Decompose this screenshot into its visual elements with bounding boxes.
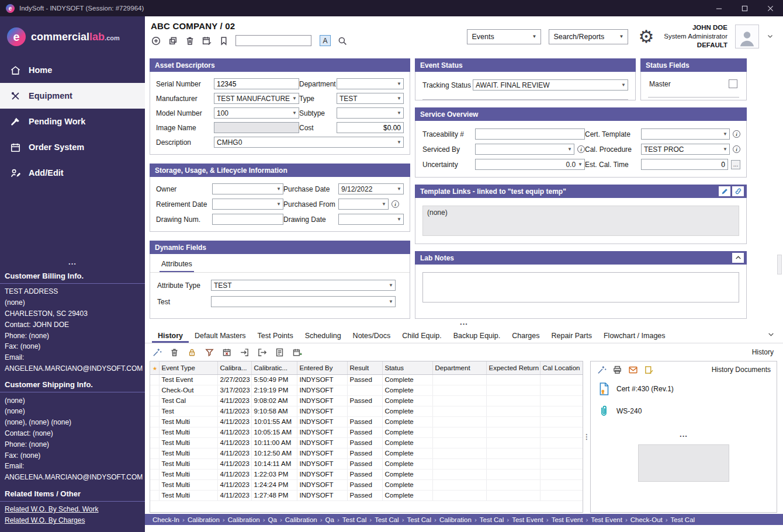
related-link[interactable]: Related W.O. By Sched. Work xyxy=(0,504,145,515)
calendar-remove-button[interactable] xyxy=(222,347,232,357)
new-event-button[interactable] xyxy=(292,347,302,357)
tab-child-equip-[interactable]: Child Equip. xyxy=(396,328,447,343)
flow-item[interactable]: Check-Out xyxy=(628,516,666,523)
drawing-num-input[interactable] xyxy=(212,214,283,225)
table-row[interactable]: Test Multi4/11/20231:24:24 PMINDYSOFTPas… xyxy=(150,479,583,490)
table-row[interactable]: Test Multi4/11/202310:12:50 AMINDYSOFTPa… xyxy=(150,448,583,458)
sidebar-item-equipment[interactable]: Equipment xyxy=(0,83,145,109)
info-icon[interactable]: i xyxy=(733,145,740,153)
table-row[interactable]: Test Multi4/11/202310:05:15 AMINDYSOFTPa… xyxy=(150,427,583,437)
purchase-date-select[interactable]: 9/12/2022▼ xyxy=(338,183,404,194)
manufacturer-select[interactable]: TEST MANUFACTURER▼ xyxy=(214,93,299,104)
tab-backup-equip-[interactable]: Backup Equip. xyxy=(448,328,507,343)
purchased-from-select[interactable]: ▼ xyxy=(338,199,389,210)
column-header[interactable]: Cal Location xyxy=(540,361,583,374)
sidebar-item-home[interactable]: Home xyxy=(0,57,145,83)
description-select[interactable]: CMHG0▼ xyxy=(214,137,404,148)
vertical-scrollbar[interactable] xyxy=(777,255,782,274)
drawing-date-select[interactable]: ▼ xyxy=(338,214,404,225)
table-row[interactable]: Check-Out3/17/20232:19:19 PMINDYSOFTComp… xyxy=(150,385,583,395)
serviced-by-select[interactable]: ▼ xyxy=(475,144,574,155)
collapse-section-chevron[interactable] xyxy=(767,330,775,340)
lab-notes-textarea[interactable] xyxy=(422,272,739,302)
attribute-type-select[interactable]: TEST▼ xyxy=(211,280,396,291)
auto-event-button[interactable] xyxy=(152,347,162,357)
tab-test-points[interactable]: Test Points xyxy=(252,328,299,343)
minimize-button[interactable] xyxy=(706,0,732,16)
cal-procedure-select[interactable]: TEST PROC▼ xyxy=(641,144,730,155)
print-document-button[interactable] xyxy=(612,365,622,375)
clone-record-button[interactable] xyxy=(168,36,178,46)
tab-notes-docs[interactable]: Notes/Docs xyxy=(347,328,397,343)
flow-item[interactable]: Test Cal xyxy=(404,516,435,523)
delete-event-button[interactable] xyxy=(169,347,179,357)
cert-template-select[interactable]: ▼ xyxy=(641,128,730,140)
search-reports-dropdown[interactable]: Search/Reports▼ xyxy=(549,29,628,44)
tracking-status-select[interactable]: AWAIT. FINAL REVIEW▼ xyxy=(473,79,628,91)
column-header[interactable]: Entered By xyxy=(297,361,347,374)
column-header[interactable]: Result xyxy=(347,361,382,374)
edit-template-button[interactable] xyxy=(719,186,730,196)
flow-item[interactable]: Calibration xyxy=(436,516,474,523)
tab-flowchart-images[interactable]: Flowchart / Images xyxy=(598,328,671,343)
column-header[interactable]: Event Type xyxy=(159,361,217,374)
subtype-select[interactable]: ▼ xyxy=(337,107,404,119)
tab-scheduling[interactable]: Scheduling xyxy=(299,328,347,343)
column-header[interactable]: Expected Return xyxy=(486,361,540,374)
table-row[interactable]: Test Multi4/11/202310:11:00 AMINDYSOFTPa… xyxy=(150,437,583,448)
exact-match-toggle[interactable]: A xyxy=(320,35,331,46)
column-header[interactable]: Status xyxy=(382,361,432,374)
table-row[interactable]: Test Multi4/11/202310:01:55 AMINDYSOFTPa… xyxy=(150,416,583,427)
horizontal-splitter[interactable]: ... xyxy=(145,319,783,328)
info-icon[interactable]: i xyxy=(577,145,585,153)
import-event-button[interactable] xyxy=(240,347,250,357)
link-template-button[interactable] xyxy=(732,186,744,196)
flow-item[interactable]: Check-In xyxy=(150,516,182,523)
filter-button[interactable] xyxy=(205,347,214,357)
search-button[interactable] xyxy=(337,36,348,46)
sidebar-splitter[interactable]: ... xyxy=(0,259,145,265)
column-header[interactable]: Calibratic... xyxy=(251,361,297,374)
edit-note-button[interactable] xyxy=(644,365,654,375)
flow-item[interactable]: Qa xyxy=(265,516,280,523)
owner-select[interactable]: ▼ xyxy=(212,183,283,194)
est-cal-time-input[interactable] xyxy=(641,159,728,170)
sidebar-item-order-system[interactable]: Order System xyxy=(0,134,145,160)
close-button[interactable] xyxy=(757,0,783,16)
retirement-date-select[interactable]: ▼ xyxy=(212,199,283,210)
checkout-lock-button[interactable] xyxy=(187,347,197,357)
traceability-input[interactable] xyxy=(475,128,585,140)
table-row[interactable]: Test Multi4/11/20231:27:48 PMINDYSOFTPas… xyxy=(150,490,583,500)
collapse-panel-button[interactable] xyxy=(732,253,744,263)
sidebar-item-add-edit[interactable]: Add/Edit xyxy=(0,160,145,186)
star-column-header[interactable]: ★ xyxy=(150,361,159,374)
table-row[interactable]: Test Multi4/11/202310:14:11 AMINDYSOFTPa… xyxy=(150,458,583,469)
info-icon[interactable]: i xyxy=(733,130,740,138)
report-button[interactable] xyxy=(275,347,285,357)
tab-repair-parts[interactable]: Repair Parts xyxy=(545,328,597,343)
tab-charges[interactable]: Charges xyxy=(506,328,545,343)
department-select[interactable]: ▼ xyxy=(337,78,404,89)
flow-item[interactable]: Test Event xyxy=(509,516,546,523)
column-header[interactable]: Department xyxy=(432,361,486,374)
avatar[interactable] xyxy=(735,25,759,48)
document-item[interactable]: Cert #:430 (Rev.1) xyxy=(591,378,777,400)
flow-item[interactable]: Qa xyxy=(323,516,337,523)
flow-item[interactable]: Calibration xyxy=(185,516,223,523)
more-options-button[interactable]: ... xyxy=(731,160,740,169)
flow-item[interactable]: Test Cal xyxy=(477,516,507,523)
table-row[interactable]: Test Cal4/11/20239:08:02 AMINDYSOFTPasse… xyxy=(150,395,583,406)
flow-item[interactable]: Test Event xyxy=(549,516,586,523)
export-event-button[interactable] xyxy=(257,347,267,357)
cost-input[interactable] xyxy=(337,122,404,133)
delete-record-button[interactable] xyxy=(185,36,195,46)
email-document-button[interactable] xyxy=(628,365,638,375)
type-select[interactable]: TEST▼ xyxy=(337,93,404,104)
tab-attributes[interactable]: Attributes xyxy=(160,259,194,272)
table-row[interactable]: Test Event2/27/20235:50:49 PMINDYSOFTPas… xyxy=(150,374,583,385)
column-header[interactable]: Calibra... xyxy=(217,361,251,374)
user-menu-chevron[interactable] xyxy=(767,32,774,42)
flow-item[interactable]: Test Cal xyxy=(339,516,370,523)
documents-splitter[interactable]: ... xyxy=(591,432,777,437)
flow-item[interactable]: Test Event xyxy=(588,516,625,523)
